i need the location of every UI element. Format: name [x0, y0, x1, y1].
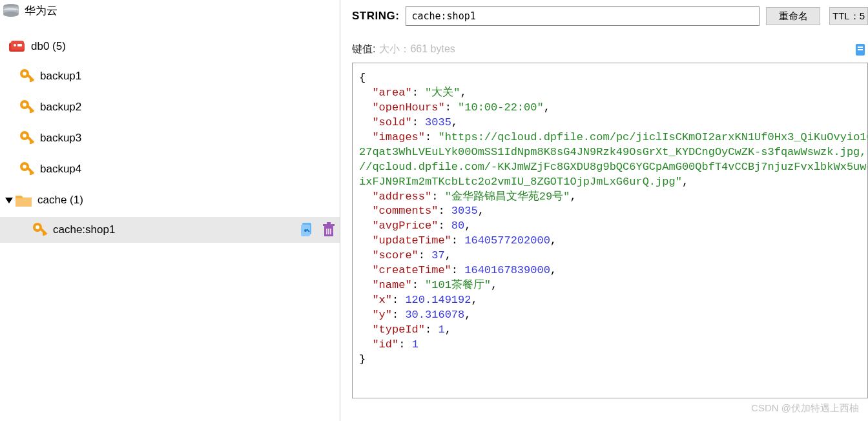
value-label: 键值:: [352, 43, 375, 56]
folder-label: cache (1): [37, 194, 83, 207]
svg-rect-35: [327, 222, 331, 224]
key-icon: [18, 98, 36, 116]
sidebar: 华为云 db0 (5) backup1 backup2: [0, 0, 340, 421]
svg-rect-41: [858, 49, 863, 50]
folder-node-cache[interactable]: cache (1): [0, 190, 340, 211]
svg-rect-12: [30, 79, 32, 82]
key-node-backup1[interactable]: backup1: [0, 66, 340, 87]
value-size: 大小：661 bytes: [379, 43, 455, 56]
key-node-backup2[interactable]: backup2: [0, 97, 340, 118]
toolbar: STRING: 重命名 TTL：5: [352, 6, 868, 26]
main-panel: STRING: 重命名 TTL：5 键值: 大小：661 bytes { "ar…: [340, 0, 868, 421]
svg-rect-40: [858, 46, 863, 48]
svg-point-27: [36, 225, 39, 229]
key-node-selected[interactable]: cache:shop1: [0, 217, 340, 243]
svg-point-18: [23, 134, 26, 138]
svg-point-22: [23, 165, 26, 169]
folder-icon: [14, 192, 34, 208]
server-icon: [1, 3, 21, 17]
chevron-down-icon: [5, 198, 13, 203]
key-icon: [18, 160, 36, 178]
svg-rect-24: [30, 172, 32, 175]
svg-rect-8: [17, 44, 22, 46]
delete-icon[interactable]: [322, 221, 336, 238]
copy-icon[interactable]: [300, 221, 314, 238]
svg-point-10: [23, 72, 26, 76]
rename-button[interactable]: 重命名: [766, 7, 820, 25]
db-node[interactable]: db0 (5): [0, 36, 340, 57]
svg-point-14: [23, 103, 26, 107]
key-label: cache:shop1: [53, 223, 115, 236]
svg-point-4: [3, 12, 19, 17]
view-icon[interactable]: [855, 43, 865, 56]
key-node-backup4[interactable]: backup4: [0, 159, 340, 180]
key-name-input[interactable]: [406, 6, 760, 26]
key-label: backup3: [40, 132, 81, 145]
key-label: backup4: [40, 163, 81, 176]
type-label: STRING:: [352, 10, 399, 23]
connection-label: 华为云: [25, 3, 57, 18]
connection-node[interactable]: 华为云: [0, 0, 340, 21]
value-display[interactable]: { "area": "大关", "openHours": "10:00-22:0…: [352, 63, 868, 398]
value-meta-row: 键值: 大小：661 bytes: [352, 43, 868, 56]
key-label: backup2: [40, 101, 81, 114]
svg-point-7: [14, 44, 16, 46]
key-icon: [18, 129, 36, 147]
svg-rect-25: [16, 198, 32, 207]
ttl-display[interactable]: TTL：5: [829, 7, 868, 25]
svg-rect-34: [323, 224, 335, 226]
key-icon: [31, 221, 49, 239]
key-node-backup3[interactable]: backup3: [0, 128, 340, 149]
db-icon: [8, 39, 27, 54]
key-icon: [18, 67, 36, 85]
db-label: db0 (5): [31, 40, 66, 53]
svg-rect-29: [43, 232, 45, 236]
svg-rect-20: [30, 141, 32, 144]
svg-rect-16: [30, 110, 32, 113]
key-label: backup1: [40, 70, 81, 83]
